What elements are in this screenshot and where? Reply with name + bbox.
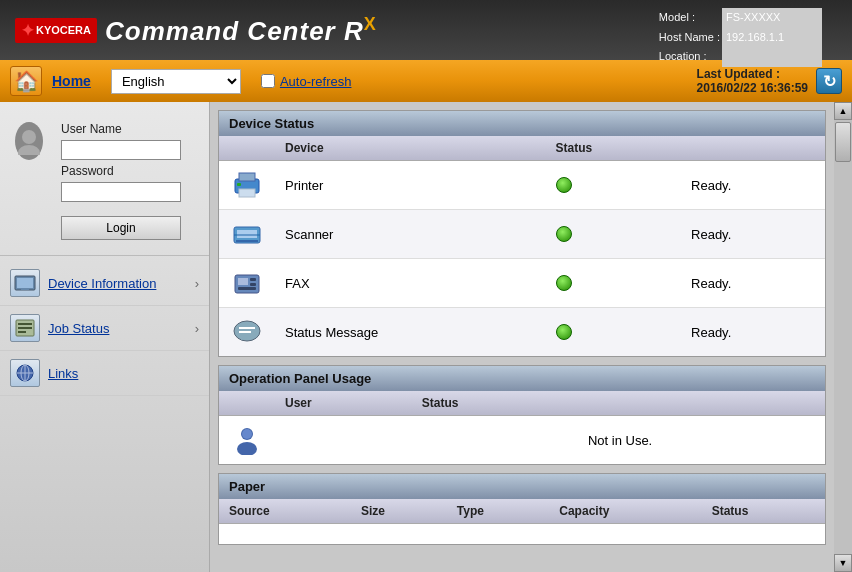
scrollbar: ▲ ▼: [834, 102, 852, 572]
app-title: Command Center RX: [105, 14, 377, 47]
paper-col-source: Source: [219, 499, 351, 524]
job-status-icon: [10, 314, 40, 342]
content-area: Device Status Device Status Printer: [210, 102, 834, 572]
device-status-section: Device Status Device Status Printer: [218, 110, 826, 357]
device-information-arrow: ›: [195, 276, 199, 291]
printer-name-cell: Printer: [275, 161, 546, 210]
home-label: Home: [52, 73, 91, 89]
svg-rect-6: [18, 323, 32, 325]
fax-status-text-cell: Ready.: [681, 259, 825, 308]
fax-status-dot: [556, 275, 572, 291]
paper-section: Paper Source Size Type Capacity Status: [218, 473, 826, 545]
svg-point-0: [22, 130, 36, 144]
fax-name-cell: FAX: [275, 259, 546, 308]
device-icon-cell: [219, 210, 275, 259]
status-message-status-dot-cell: [546, 308, 681, 357]
home-icon: 🏠: [10, 66, 42, 96]
svg-point-1: [18, 145, 40, 155]
fax-icon: [229, 265, 265, 301]
last-updated-value: 2016/02/22 16:36:59: [697, 81, 808, 95]
scanner-status-text-cell: Ready.: [681, 210, 825, 259]
password-input[interactable]: [61, 182, 181, 202]
device-status-header: Device Status: [219, 111, 825, 136]
svg-rect-14: [239, 173, 255, 181]
printer-icon: [229, 167, 265, 203]
last-updated: Last Updated : 2016/02/22 16:36:59 ↻: [697, 67, 842, 95]
op-user-cell: [275, 416, 412, 465]
svg-rect-19: [234, 234, 260, 236]
sidebar-item-device-information[interactable]: Device Information ›: [0, 261, 209, 306]
svg-rect-8: [18, 331, 26, 333]
svg-rect-16: [237, 183, 241, 186]
svg-rect-24: [250, 283, 256, 286]
svg-rect-4: [21, 288, 29, 290]
col-status-header: Status: [546, 136, 681, 161]
svg-point-31: [237, 442, 257, 455]
svg-rect-3: [17, 278, 33, 288]
hostname-label: Host Name :: [657, 28, 722, 48]
auto-refresh-label: Auto-refresh: [280, 74, 352, 89]
device-icon-cell: [219, 161, 275, 210]
table-row: Status Message Ready.: [219, 308, 825, 357]
username-label: User Name: [61, 122, 122, 136]
job-status-label: Job Status: [48, 321, 187, 336]
user-avatar: [15, 122, 43, 160]
username-input[interactable]: [61, 140, 181, 160]
device-icon-cell: [219, 259, 275, 308]
last-updated-label: Last Updated :: [697, 67, 780, 81]
user-form: User Name Password Login: [61, 122, 194, 240]
password-label: Password: [61, 164, 121, 178]
password-row: Password: [61, 164, 194, 178]
scanner-name-cell: Scanner: [275, 210, 546, 259]
refresh-button[interactable]: ↻: [816, 68, 842, 94]
header-logo: ✦ KYOCERA Command Center RX: [15, 14, 377, 47]
device-information-icon: [10, 269, 40, 297]
sidebar: User Name Password Login: [0, 102, 210, 572]
model-value: FS-XXXXX: [722, 8, 822, 28]
svg-rect-27: [239, 327, 255, 329]
printer-status-dot-cell: [546, 161, 681, 210]
scroll-down-button[interactable]: ▼: [834, 554, 852, 572]
links-label: Links: [48, 366, 199, 381]
status-message-status-text-cell: Ready.: [681, 308, 825, 357]
home-link[interactable]: Home: [52, 73, 91, 89]
col-status-text-header: [681, 136, 825, 161]
svg-rect-25: [238, 287, 256, 290]
hostname-value: 192.168.1.1: [722, 28, 822, 48]
paper-col-status: Status: [702, 499, 825, 524]
links-icon: [10, 359, 40, 387]
paper-header: Paper: [219, 474, 825, 499]
location-value: [722, 47, 822, 67]
language-select[interactable]: English Japanese French German Spanish: [111, 69, 241, 94]
col-op-status-text-header: [578, 391, 825, 416]
auto-refresh-wrap[interactable]: Auto-refresh: [261, 74, 352, 89]
col-device-header: Device: [275, 136, 546, 161]
job-status-arrow: ›: [195, 321, 199, 336]
paper-col-size: Size: [351, 499, 447, 524]
printer-status-dot: [556, 177, 572, 193]
op-status-text: Not in Use.: [578, 416, 825, 465]
operation-panel-header: Operation Panel Usage: [219, 366, 825, 391]
header: ✦ KYOCERA Command Center RX Model : FS-X…: [0, 0, 852, 60]
scroll-thumb[interactable]: [835, 122, 851, 162]
svg-rect-15: [239, 189, 255, 197]
paper-empty-row: [219, 524, 825, 544]
col-op-icon: [219, 391, 275, 416]
location-label: Location :: [657, 47, 722, 67]
scanner-icon: [229, 216, 265, 252]
paper-col-capacity: Capacity: [549, 499, 701, 524]
status-message-icon: [229, 314, 265, 350]
sidebar-item-links[interactable]: Links: [0, 351, 209, 396]
device-icon-cell: [219, 308, 275, 357]
scroll-up-button[interactable]: ▲: [834, 102, 852, 120]
kyocera-text: KYOCERA: [36, 24, 91, 36]
main-layout: User Name Password Login: [0, 102, 852, 572]
svg-rect-28: [239, 331, 251, 333]
sidebar-item-job-status[interactable]: Job Status ›: [0, 306, 209, 351]
model-label: Model :: [657, 8, 722, 28]
auto-refresh-checkbox[interactable]: [261, 74, 275, 88]
nav-items: Device Information › Job Status ›: [0, 261, 209, 396]
col-device-icon: [219, 136, 275, 161]
login-button[interactable]: Login: [61, 216, 181, 240]
fax-status-dot-cell: [546, 259, 681, 308]
